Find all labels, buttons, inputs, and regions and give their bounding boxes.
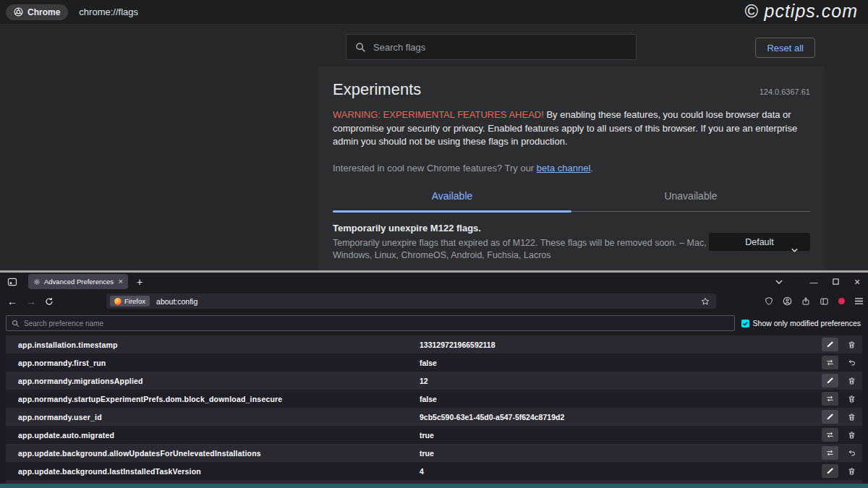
flag-value-select[interactable]: Default: [709, 233, 810, 251]
pref-actions: [822, 354, 860, 372]
tab-advanced-preferences[interactable]: Advanced Preferences ×: [28, 274, 128, 289]
firefox-titlebar: Advanced Preferences × + — ×: [0, 273, 868, 291]
trash-icon: [848, 467, 856, 476]
pref-value: 4: [420, 467, 424, 476]
edit-pref-button[interactable]: [822, 464, 838, 478]
pencil-icon: [826, 413, 834, 421]
undo-icon: [848, 449, 856, 457]
swap-arrows-icon: [825, 449, 835, 457]
trash-icon: [848, 431, 856, 440]
share-icon[interactable]: [801, 296, 810, 306]
account-icon[interactable]: [783, 296, 792, 306]
tab-title: Advanced Preferences: [44, 278, 115, 286]
bookmark-star-icon[interactable]: [701, 297, 712, 306]
shield-icon[interactable]: [765, 296, 773, 306]
library-icon[interactable]: [820, 297, 829, 306]
preference-search-input[interactable]: [24, 320, 729, 328]
toggle-pref-button[interactable]: [822, 428, 838, 442]
pref-actions: [822, 444, 860, 462]
firefox-view-icon[interactable]: [7, 277, 17, 287]
pref-value: 12: [420, 377, 428, 385]
menu-icon[interactable]: [854, 297, 864, 305]
reset-pref-button[interactable]: [843, 446, 860, 460]
preference-search-box[interactable]: [6, 315, 735, 331]
pref-value: true: [420, 431, 434, 440]
beta-channel-link[interactable]: beta channel: [537, 163, 590, 174]
swap-arrows-icon: [825, 359, 835, 367]
flag-title: Temporarily unexpire M122 flags.: [333, 223, 709, 234]
search-icon: [355, 42, 366, 53]
pref-actions: [822, 462, 860, 480]
trash-icon: [848, 341, 856, 349]
pref-value: 9cb5c590-63e1-45d0-a547-5f624c8719d2: [420, 413, 564, 421]
pref-name: app.update.background.lastInstalledTaskV…: [18, 467, 201, 476]
reset-pref-button[interactable]: [843, 356, 860, 369]
new-tab-button[interactable]: +: [137, 277, 142, 287]
checkbox-checked-icon[interactable]: [741, 320, 749, 328]
refresh-button[interactable]: [45, 297, 54, 306]
pencil-icon: [826, 467, 834, 475]
minimize-button[interactable]: —: [803, 273, 825, 291]
flag-entry: Temporarily unexpire M122 flags. Tempora…: [333, 223, 810, 262]
close-button[interactable]: ×: [846, 273, 868, 291]
pref-actions: [822, 335, 860, 354]
flags-tabs: Available Unavailable: [333, 190, 810, 212]
pref-row: app.installation.timestamp13312972196659…: [6, 335, 862, 354]
chrome-flags-window: Chrome chrome://flags © pctips.com Reset…: [0, 0, 868, 270]
maximize-button[interactable]: [825, 273, 846, 291]
config-search-row: Show only modified preferences: [0, 312, 868, 331]
address-bar[interactable]: Firefox about:config: [106, 294, 716, 309]
search-icon: [12, 320, 20, 328]
firefox-identity-chip: Firefox: [110, 296, 150, 307]
pref-row: app.normandy.user_id9cb5c590-63e1-45d0-a…: [6, 408, 862, 426]
edit-pref-button[interactable]: [822, 374, 838, 388]
page-title: Experiments: [333, 80, 421, 99]
swap-arrows-icon: [825, 395, 835, 403]
trash-icon: [848, 377, 856, 385]
list-tabs-icon[interactable]: [768, 273, 790, 291]
trash-icon: [848, 395, 856, 403]
pref-actions: [822, 426, 860, 444]
pref-actions: [822, 372, 860, 390]
chrome-topbar: Chrome chrome://flags © pctips.com: [0, 0, 868, 24]
firefox-navbar: ← → Firefox about:config: [0, 291, 868, 312]
tab-available[interactable]: Available: [333, 190, 571, 211]
delete-pref-button[interactable]: [843, 338, 860, 351]
composite-screenshot: Chrome chrome://flags © pctips.com Reset…: [0, 0, 868, 488]
pencil-icon: [826, 377, 834, 385]
delete-pref-button[interactable]: [843, 374, 860, 388]
pref-name: app.update.auto.migrated: [18, 431, 114, 440]
gear-icon: [33, 278, 41, 286]
pref-name: app.normandy.startupExperimentPrefs.dom.…: [18, 395, 282, 403]
toggle-pref-button[interactable]: [822, 392, 838, 406]
forward-button[interactable]: →: [26, 296, 36, 307]
identity-chip-label: Firefox: [124, 297, 145, 305]
flags-search-input[interactable]: [373, 42, 627, 53]
flags-body: Experiments 124.0.6367.61 WARNING: EXPER…: [0, 67, 868, 270]
flag-description: Temporarily unexpire flags that expired …: [333, 237, 709, 262]
pref-row: app.normandy.startupExperimentPrefs.dom.…: [6, 390, 862, 408]
delete-pref-button[interactable]: [843, 392, 860, 406]
delete-pref-button[interactable]: [843, 464, 860, 478]
edit-pref-button[interactable]: [822, 338, 838, 351]
firefox-logo-icon: [114, 298, 122, 305]
tab-close-icon[interactable]: ×: [119, 278, 123, 286]
edit-pref-button[interactable]: [822, 410, 838, 424]
reset-all-button[interactable]: Reset all: [755, 38, 815, 58]
undo-icon: [848, 359, 856, 367]
swap-arrows-icon: [825, 431, 835, 439]
extension-badge-icon[interactable]: [838, 298, 845, 304]
pref-value: false: [420, 359, 437, 367]
pref-actions: [822, 390, 860, 408]
tab-unavailable[interactable]: Unavailable: [571, 190, 810, 211]
delete-pref-button[interactable]: [843, 428, 860, 442]
back-button[interactable]: ←: [7, 296, 17, 307]
toggle-pref-button[interactable]: [822, 446, 838, 460]
toggle-pref-button[interactable]: [822, 356, 838, 369]
pref-row: app.update.background.lastInstalledTaskV…: [6, 462, 862, 480]
show-modified-filter[interactable]: Show only modified preferences: [741, 319, 862, 328]
delete-pref-button[interactable]: [843, 410, 860, 424]
experimental-warning: WARNING: EXPERIMENTAL FEATURES AHEAD! By…: [333, 108, 810, 149]
pref-row: app.update.auto.migratedtrue: [6, 426, 862, 444]
flags-search-box[interactable]: [346, 34, 637, 60]
